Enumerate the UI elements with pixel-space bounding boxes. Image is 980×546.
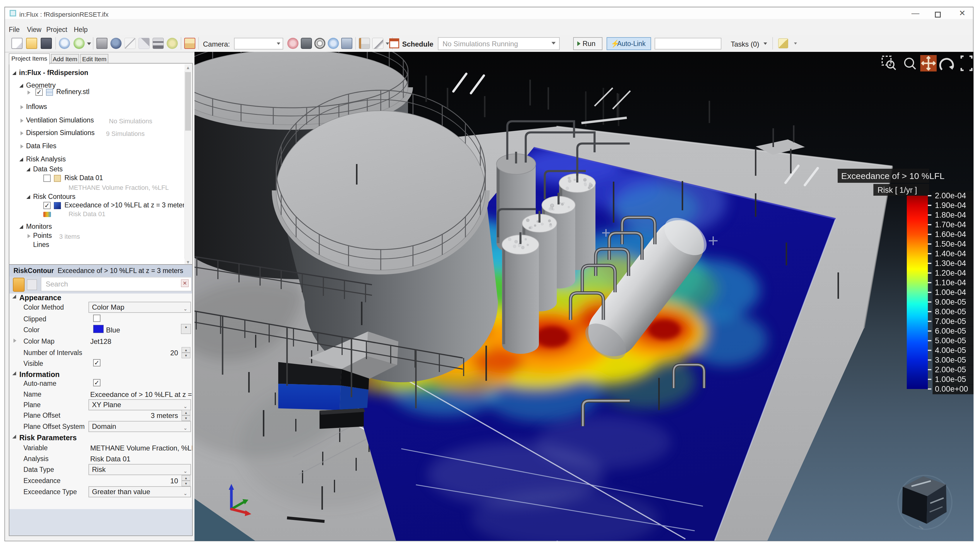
svg-text:4.00e-05: 4.00e-05 [935,346,966,355]
svg-text:1.20e-04: 1.20e-04 [935,269,966,277]
svg-text:7.00e-05: 7.00e-05 [935,317,966,326]
svg-text:1.50e-04: 1.50e-04 [935,240,966,248]
svg-text:3.00e-05: 3.00e-05 [935,356,966,365]
svg-text:8.00e-05: 8.00e-05 [935,307,966,316]
svg-text:2.00e-04: 2.00e-04 [935,191,966,200]
svg-text:1.00e-04: 1.00e-04 [935,288,966,297]
svg-text:1.30e-04: 1.30e-04 [935,259,966,268]
svg-text:6.00e-05: 6.00e-05 [935,326,966,335]
svg-text:1.00e-05: 1.00e-05 [935,375,966,384]
svg-text:1.80e-04: 1.80e-04 [935,211,966,220]
svg-text:Exceedance of > 10 %LFL: Exceedance of > 10 %LFL [841,171,945,181]
svg-text:1.10e-04: 1.10e-04 [935,278,966,287]
svg-text:1.90e-04: 1.90e-04 [935,201,966,210]
svg-text:0.00e+00: 0.00e+00 [935,385,968,393]
svg-text:5.00e-05: 5.00e-05 [935,336,966,345]
svg-text:2.00e-05: 2.00e-05 [935,365,966,374]
svg-text:9.00e-05: 9.00e-05 [935,298,966,306]
svg-text:Risk [ 1/yr ]: Risk [ 1/yr ] [878,186,917,194]
svg-text:1.40e-04: 1.40e-04 [935,249,966,258]
svg-text:1.60e-04: 1.60e-04 [935,230,966,239]
svg-text:1.70e-04: 1.70e-04 [935,220,966,229]
